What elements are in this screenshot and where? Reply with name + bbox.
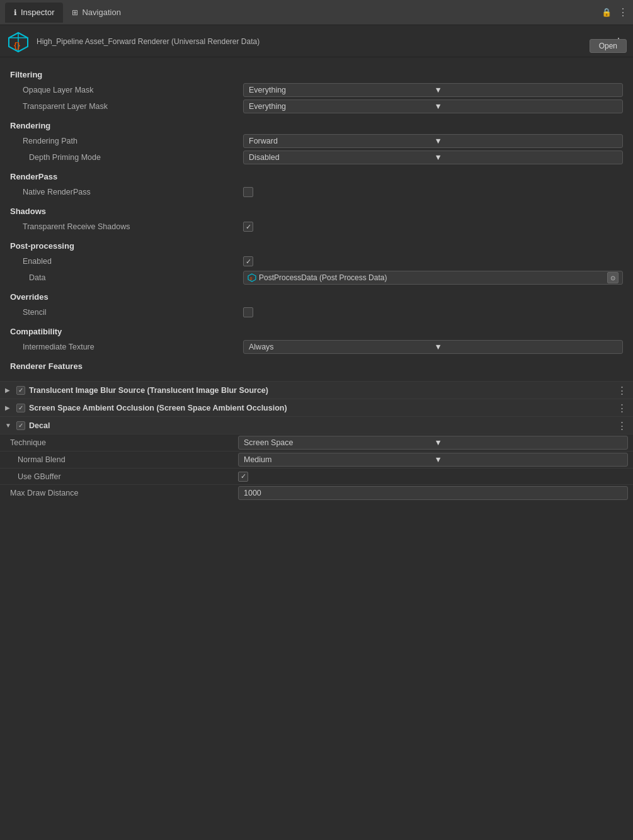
renderpass-section-header: RenderPass [10, 166, 623, 184]
stencil-label: Stencil [10, 308, 243, 317]
decal-technique-row: Technique Screen Space ▼ [0, 434, 633, 451]
opaque-layer-mask-dropdown[interactable]: Everything ▼ [243, 83, 623, 97]
transparent-receive-shadows-label: Transparent Receive Shadows [10, 222, 243, 231]
renderer-features-list: ▶ ✓ Translucent Image Blur Source (Trans… [0, 381, 633, 501]
asset-title: High_Pipeline Asset_Forward Renderer (Un… [37, 37, 604, 47]
tab-bar-actions: 🔒 ⋮ [602, 6, 628, 18]
decal-use-gbuffer-row: Use GBuffer [0, 468, 633, 484]
intermediate-texture-dropdown[interactable]: Always ▼ [243, 340, 623, 354]
decal-technique-dropdown[interactable]: Screen Space ▼ [238, 436, 628, 450]
open-button[interactable]: Open [590, 39, 627, 53]
decal-max-draw-distance-label: Max Draw Distance [5, 489, 238, 497]
transparent-receive-shadows-row: Transparent Receive Shadows [10, 219, 623, 235]
post-processing-enabled-row: Enabled [10, 253, 623, 270]
decal-max-draw-distance-value[interactable]: 1000 [238, 486, 628, 500]
filtering-section-header: Filtering [10, 64, 623, 82]
chevron-down-icon: ▼ [435, 102, 618, 111]
feature-row-translucent: ▶ ✓ Translucent Image Blur Source (Trans… [0, 381, 633, 399]
post-processing-enabled-label: Enabled [10, 257, 243, 266]
tab-navigation-label: Navigation [82, 8, 120, 17]
native-renderpass-label: Native RenderPass [10, 188, 243, 196]
rendering-section-header: Rendering [10, 115, 623, 133]
intermediate-texture-row: Intermediate Texture Always ▼ [10, 339, 623, 355]
shadows-section-header: Shadows [10, 200, 623, 219]
transparent-layer-mask-value[interactable]: Everything ▼ [243, 99, 623, 113]
feature-translucent-checkbox[interactable]: ✓ [16, 386, 25, 395]
collapse-arrow-icon[interactable]: ▶ [5, 404, 13, 411]
transparent-receive-shadows-checkbox[interactable] [243, 222, 253, 232]
decal-normal-blend-dropdown[interactable]: Medium ▼ [238, 453, 628, 467]
opaque-layer-mask-row: Opaque Layer Mask Everything ▼ [10, 82, 623, 98]
post-process-data-text: PostProcessData (Post Process Data) [259, 273, 605, 282]
transparent-layer-mask-row: Transparent Layer Mask Everything ▼ [10, 98, 623, 115]
compatibility-section-header: Compatibility [10, 321, 623, 339]
transparent-layer-mask-dropdown[interactable]: Everything ▼ [243, 99, 623, 113]
svg-text:{}: {} [14, 40, 20, 50]
object-picker-button[interactable]: ⊙ [607, 272, 619, 283]
feature-decal-checkbox[interactable]: ✓ [16, 421, 25, 430]
decal-max-draw-distance-row: Max Draw Distance 1000 [0, 484, 633, 501]
post-process-data-icon: {} [248, 273, 256, 282]
expand-arrow-icon[interactable]: ▼ [5, 422, 13, 429]
inspector-content: Filtering Opaque Layer Mask Everything ▼… [0, 57, 633, 381]
decal-technique-label: Technique [5, 438, 238, 447]
chevron-down-icon: ▼ [435, 455, 623, 464]
feature-ssao-menu-icon[interactable]: ⋮ [616, 402, 628, 414]
more-options-icon[interactable]: ⋮ [618, 6, 628, 18]
tab-inspector-label: Inspector [21, 8, 54, 17]
depth-priming-mode-row: Depth Priming Mode Disabled ▼ [10, 149, 623, 166]
feature-translucent-menu-icon[interactable]: ⋮ [616, 385, 628, 396]
tab-navigation[interactable]: ⊞ Navigation [63, 3, 129, 23]
feature-row-decal: ▼ ✓ Decal ⋮ [0, 416, 633, 434]
feature-decal-label: Decal [29, 421, 612, 430]
overrides-section-header: Overrides [10, 286, 623, 304]
asset-icon: {} [6, 30, 30, 54]
asset-header: {} High_Pipeline Asset_Forward Renderer … [0, 25, 633, 57]
renderer-features-section-header: Renderer Features [10, 355, 623, 375]
decal-normal-blend-label: Normal Blend [5, 455, 238, 464]
feature-ssao-label: Screen Space Ambient Occlusion (Screen S… [29, 404, 612, 412]
feature-decal-menu-icon[interactable]: ⋮ [616, 420, 628, 431]
tab-bar: ℹ Inspector ⊞ Navigation 🔒 ⋮ [0, 0, 633, 25]
opaque-layer-mask-value[interactable]: Everything ▼ [243, 83, 623, 97]
inspector-icon: ℹ [14, 8, 17, 17]
feature-ssao-checkbox[interactable]: ✓ [16, 404, 25, 412]
tab-inspector[interactable]: ℹ Inspector [5, 3, 63, 23]
native-renderpass-row: Native RenderPass [10, 184, 623, 200]
post-process-data-field[interactable]: {} PostProcessData (Post Process Data) ⊙ [243, 271, 623, 285]
chevron-down-icon: ▼ [435, 438, 623, 447]
feature-translucent-label: Translucent Image Blur Source (Transluce… [29, 386, 612, 395]
decal-use-gbuffer-label: Use GBuffer [5, 472, 238, 481]
stencil-checkbox[interactable] [243, 307, 253, 317]
depth-priming-mode-label: Depth Priming Mode [10, 153, 243, 162]
opaque-layer-mask-label: Opaque Layer Mask [10, 86, 243, 94]
lock-icon[interactable]: 🔒 [602, 8, 612, 17]
chevron-down-icon: ▼ [435, 86, 618, 94]
decal-normal-blend-row: Normal Blend Medium ▼ [0, 451, 633, 468]
navigation-icon: ⊞ [72, 8, 78, 17]
rendering-path-label: Rendering Path [10, 137, 243, 145]
chevron-down-icon: ▼ [435, 137, 618, 145]
native-renderpass-checkbox[interactable] [243, 187, 253, 197]
post-processing-section-header: Post-processing [10, 235, 623, 253]
transparent-layer-mask-label: Transparent Layer Mask [10, 102, 243, 111]
collapse-arrow-icon[interactable]: ▶ [5, 387, 13, 394]
depth-priming-mode-dropdown[interactable]: Disabled ▼ [243, 150, 623, 164]
post-processing-data-label: Data [10, 273, 243, 282]
post-processing-enabled-checkbox[interactable] [243, 256, 253, 266]
decal-use-gbuffer-checkbox[interactable] [238, 472, 248, 482]
intermediate-texture-label: Intermediate Texture [10, 343, 243, 351]
decal-expanded-section: Technique Screen Space ▼ Normal Blend Me… [0, 434, 633, 501]
stencil-row: Stencil [10, 304, 623, 321]
post-processing-data-row: Data {} PostProcessData (Post Process Da… [10, 270, 623, 286]
rendering-path-row: Rendering Path Forward ▼ [10, 133, 623, 149]
svg-text:{}: {} [250, 276, 253, 280]
chevron-down-icon: ▼ [435, 153, 618, 162]
rendering-path-dropdown[interactable]: Forward ▼ [243, 134, 623, 148]
feature-row-ssao: ▶ ✓ Screen Space Ambient Occlusion (Scre… [0, 399, 633, 416]
chevron-down-icon: ▼ [435, 343, 618, 351]
